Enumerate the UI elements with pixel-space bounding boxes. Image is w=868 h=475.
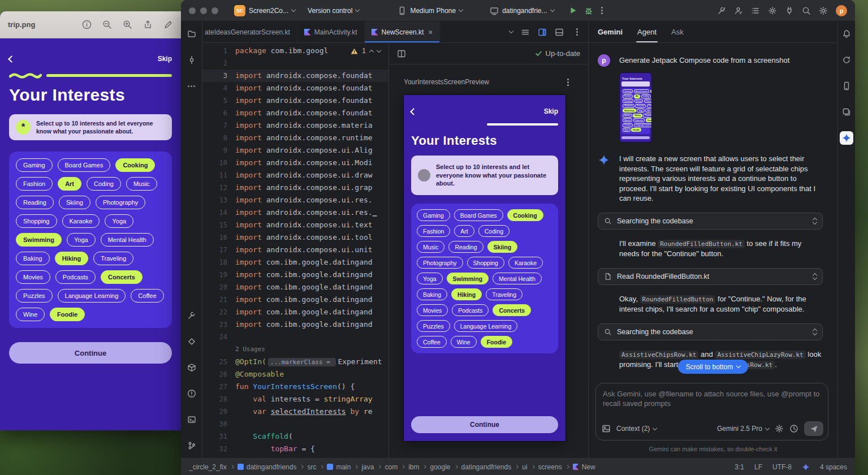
tab-newscreen[interactable]: NewScreen.kt× — [365, 21, 441, 42]
commit-tool-icon[interactable] — [185, 53, 198, 67]
window-minimize-button[interactable] — [200, 7, 207, 14]
plugins-icon[interactable] — [785, 6, 794, 15]
gemini-tool-icon[interactable] — [840, 131, 853, 145]
desktop: trip.png Skip Your Interests * Select u — [0, 0, 868, 475]
zoom-out-icon[interactable] — [102, 20, 112, 29]
info-icon[interactable] — [82, 20, 92, 29]
breadcrumb-datingandfriends[interactable]: datingandfriends — [461, 463, 512, 471]
breadcrumb-java[interactable]: java — [361, 463, 374, 471]
version-control-tool-icon[interactable] — [185, 439, 198, 452]
window-zoom-button[interactable] — [211, 7, 218, 14]
user-avatar[interactable]: p — [836, 5, 847, 16]
caret-position[interactable]: 3:1 — [735, 463, 744, 471]
tab-list-chevron-icon[interactable] — [509, 29, 513, 33]
gemini-disclaimer: Gemini can make mistakes, so double-chec… — [589, 441, 837, 458]
profiler-icon[interactable] — [717, 6, 726, 15]
ai-spark-icon[interactable] — [802, 463, 810, 471]
breadcrumb-separator-icon — [531, 465, 535, 469]
interest-chip-cooking: Cooking — [650, 89, 652, 93]
view-list-icon[interactable] — [521, 28, 530, 37]
breadcrumb-ibm[interactable]: ibm — [408, 463, 419, 471]
project-tool-icon[interactable] — [185, 27, 198, 41]
tool-call-search-codebase-2[interactable]: Searching the codebase — [598, 323, 823, 340]
chip-row: BakingHikingTraveling — [417, 288, 552, 300]
next-problem-icon[interactable] — [377, 48, 381, 53]
breadcrumb-main[interactable]: main — [327, 463, 351, 471]
running-devices-icon[interactable] — [840, 79, 853, 93]
indent-setting[interactable]: 4 spaces — [820, 463, 847, 471]
structure-tool-icon[interactable] — [185, 335, 198, 348]
code-line-14: 14import androidx.compose.ui.res._ — [202, 206, 388, 219]
image-preview-window[interactable]: trip.png Skip Your Interests * Select u — [0, 11, 181, 430]
breadcrumb-src[interactable]: src — [307, 463, 316, 471]
editor-options-icon[interactable] — [576, 31, 578, 33]
inspections-widget[interactable]: 1 — [347, 46, 384, 56]
search-icon[interactable] — [802, 6, 811, 15]
settings-icon[interactable] — [819, 6, 828, 15]
close-tab-icon[interactable]: × — [428, 28, 433, 36]
interest-chip-coffee: Coffee — [417, 336, 447, 348]
code-line-31: 31 Scaffold( — [202, 430, 388, 443]
more-tool-windows-icon[interactable] — [185, 79, 198, 93]
history-icon[interactable] — [789, 424, 798, 433]
breadcrumb-ui[interactable]: ui — [522, 463, 527, 471]
context-selector[interactable]: Context (2) — [616, 425, 657, 433]
build-tool-icon[interactable] — [185, 361, 198, 374]
split-view-icon[interactable] — [538, 28, 547, 37]
gemini-input[interactable] — [596, 383, 828, 418]
file-encoding[interactable]: UTF-8 — [772, 463, 792, 471]
breadcrumb-screens[interactable]: screens — [538, 463, 562, 471]
tool-call-search-codebase-1[interactable]: Searching the codebase — [598, 213, 823, 230]
send-button[interactable] — [804, 421, 823, 436]
project-widget[interactable]: SC Screen2Co... — [231, 3, 299, 19]
tab-dateideasgeneratorscreen[interactable]: ateIdeasGeneratorScreen.kt — [202, 21, 297, 42]
titlebar[interactable]: SC Screen2Co... Version control Medium P… — [181, 0, 855, 21]
terminal-tool-icon[interactable] — [185, 413, 198, 426]
model-selector[interactable]: Gemini 2.5 Pro — [717, 425, 769, 433]
device-selector[interactable]: Medium Phone — [394, 4, 466, 18]
scroll-to-bottom-button[interactable]: Scroll to bottom — [678, 360, 748, 374]
profiler-tool-icon[interactable] — [185, 309, 198, 322]
breadcrumb-google[interactable]: google — [430, 463, 450, 471]
breadcrumb-com[interactable]: com — [385, 463, 398, 471]
code-editor[interactable]: 1 1package com.ibm.googl23import android… — [202, 43, 389, 458]
notifications-icon[interactable] — [840, 27, 853, 41]
run-configuration-selector[interactable]: datingandfrie... — [486, 4, 557, 18]
tool-call-read-file-1[interactable]: Read RoundedFilledButton.kt — [598, 268, 823, 285]
todo-list-icon[interactable] — [751, 6, 760, 15]
window-close-button[interactable] — [189, 7, 196, 14]
gemini-settings-icon[interactable] — [775, 424, 784, 433]
more-actions-icon[interactable] — [601, 10, 603, 11]
attach-image-icon[interactable] — [602, 424, 611, 433]
code-with-me-icon[interactable] — [734, 6, 743, 15]
split-bottom-icon[interactable] — [555, 28, 564, 37]
split-editor-icon[interactable] — [397, 49, 406, 58]
user-avatar: p — [598, 54, 610, 67]
code-line-7: 7import androidx.compose.materia — [202, 119, 388, 132]
breadcrumb-new[interactable]: New — [573, 463, 595, 471]
tab-ask[interactable]: Ask — [671, 21, 684, 42]
edit-icon[interactable] — [163, 20, 173, 29]
tab-mainactivity[interactable]: MainActivity.kt — [297, 21, 365, 42]
screenshot-thumbnail[interactable]: Your Interests GamingBoard GamesCookingF… — [619, 72, 652, 142]
problems-tool-icon[interactable] — [185, 387, 198, 400]
line-separator[interactable]: LF — [754, 463, 762, 471]
breadcrumb-_circle_2_fix[interactable]: _circle_2_fix — [189, 463, 227, 471]
resource-manager-icon[interactable] — [840, 105, 853, 119]
gradle-sync-icon[interactable] — [840, 53, 853, 67]
preview-options-icon[interactable] — [567, 81, 569, 83]
build-status[interactable]: Up-to-date — [535, 49, 580, 58]
vcs-widget[interactable]: Version control — [304, 5, 362, 17]
breadcrumb-datingandfriends[interactable]: datingandfriends — [237, 463, 297, 471]
interest-chip-board-games: Board Games — [58, 158, 111, 172]
zoom-in-icon[interactable] — [123, 20, 132, 29]
interest-chip-reading: Reading — [623, 99, 633, 103]
previous-problem-icon[interactable] — [369, 49, 374, 54]
share-icon[interactable] — [143, 20, 153, 29]
tab-agent[interactable]: Agent — [637, 21, 657, 42]
debug-button[interactable] — [581, 4, 597, 18]
run-button[interactable] — [565, 4, 581, 17]
build-icon[interactable] — [768, 6, 777, 15]
chip-row: FashionArtCodingMusic — [623, 94, 649, 98]
code-line-12: 12import androidx.compose.ui.grap — [202, 182, 388, 194]
